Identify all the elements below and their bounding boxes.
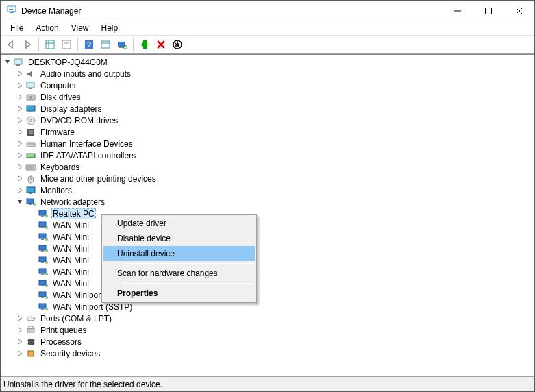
ctx-properties[interactable]: Properties <box>103 286 255 301</box>
chevron-right-icon[interactable] <box>15 173 25 184</box>
ctx-update-driver[interactable]: Update driver <box>103 216 255 231</box>
ctx-uninstall-device[interactable]: Uninstall device <box>103 246 255 261</box>
chevron-right-icon[interactable] <box>15 348 25 359</box>
dvd-icon <box>25 115 36 126</box>
tree-label: Security devices <box>39 348 101 359</box>
network-adapter-icon <box>38 220 49 231</box>
disable-button[interactable] <box>170 37 185 52</box>
tree-item-network[interactable]: Network adapters <box>15 196 534 208</box>
chevron-right-icon[interactable] <box>15 162 25 173</box>
tree-root[interactable]: DESKTOP-JQ44G0M <box>3 56 534 68</box>
keyboard-icon <box>25 162 36 173</box>
tree-label: WAN Mini <box>51 243 90 254</box>
menu-file[interactable]: File <box>5 22 29 34</box>
chevron-right-icon[interactable] <box>15 138 25 149</box>
chevron-right-icon[interactable] <box>15 150 25 161</box>
svg-rect-48 <box>27 199 34 204</box>
tree-item[interactable]: IDE ATA/ATAPI controllers <box>15 149 534 161</box>
tree-label: Disk drives <box>39 92 82 103</box>
update-driver-button[interactable] <box>137 37 152 52</box>
menu-action[interactable]: Action <box>30 22 64 34</box>
network-adapter-icon <box>38 302 49 313</box>
svg-rect-1 <box>10 12 14 13</box>
chevron-right-icon[interactable] <box>15 80 25 91</box>
show-hide-tree-button[interactable] <box>42 37 58 52</box>
svg-rect-66 <box>39 269 46 273</box>
content-area: DESKTOP-JQ44G0M Audio inputs and outputs… <box>1 54 534 376</box>
mouse-icon <box>25 173 36 184</box>
ctx-scan-hardware[interactable]: Scan for hardware changes <box>103 266 255 281</box>
audio-icon <box>25 69 36 79</box>
network-adapter-icon <box>38 267 49 278</box>
chevron-right-icon[interactable] <box>15 69 25 79</box>
close-button[interactable] <box>503 1 534 21</box>
tree-label: Print queues <box>39 325 88 336</box>
tree-item[interactable]: Security devices <box>15 347 534 359</box>
network-adapter-icon <box>38 208 49 219</box>
back-button[interactable] <box>3 37 18 52</box>
svg-rect-20 <box>143 40 147 49</box>
svg-rect-54 <box>39 222 46 227</box>
svg-point-81 <box>32 318 34 319</box>
disk-icon <box>25 92 36 103</box>
network-adapter-icon <box>38 255 49 266</box>
tree-label: WAN Mini <box>51 267 90 278</box>
svg-point-74 <box>45 296 48 299</box>
tree-label: DVD/CD-ROM drives <box>39 115 119 126</box>
tree-item[interactable]: Monitors <box>15 184 534 196</box>
minimize-button[interactable] <box>442 1 473 21</box>
toolbar: ? <box>1 35 534 54</box>
chevron-down-icon[interactable] <box>15 197 25 208</box>
tree-item[interactable]: Processors <box>15 336 534 347</box>
svg-point-71 <box>45 284 48 287</box>
tree-label: IDE ATA/ATAPI controllers <box>39 150 137 161</box>
chevron-right-icon[interactable] <box>15 115 25 126</box>
tree-item[interactable]: Firmware <box>15 126 534 138</box>
chevron-right-icon[interactable] <box>15 92 25 103</box>
tree-item[interactable]: Audio inputs and outputs <box>15 68 534 79</box>
tree-item[interactable]: Mice and other pointing devices <box>15 173 534 184</box>
firmware-icon <box>25 127 36 138</box>
svg-rect-3 <box>9 9 13 10</box>
hid-icon <box>25 138 36 149</box>
tree-item[interactable]: Ports (COM & LPT) <box>15 313 534 324</box>
action-button[interactable] <box>98 37 113 52</box>
ctx-disable-device[interactable]: Disable device <box>103 231 255 246</box>
svg-rect-63 <box>39 257 46 262</box>
help-button[interactable]: ? <box>82 37 97 52</box>
chevron-right-icon[interactable] <box>15 127 25 138</box>
scan-hardware-button[interactable] <box>114 37 129 52</box>
tree-label: WAN Mini <box>51 278 90 289</box>
svg-rect-75 <box>39 304 46 308</box>
tree-label: WAN Mini <box>51 232 90 243</box>
svg-point-77 <box>45 308 48 310</box>
maximize-button[interactable] <box>473 1 503 21</box>
tree-item[interactable]: Disk drives <box>15 91 534 103</box>
svg-rect-84 <box>28 339 34 345</box>
device-tree[interactable]: DESKTOP-JQ44G0M Audio inputs and outputs… <box>1 54 534 376</box>
tree-item[interactable]: Print queues <box>15 324 534 336</box>
chevron-right-icon[interactable] <box>15 313 25 324</box>
svg-rect-72 <box>39 292 46 297</box>
tree-label: Audio inputs and outputs <box>39 69 132 79</box>
toolbar-separator <box>38 38 39 51</box>
tree-item[interactable]: Computer <box>15 79 534 91</box>
display-icon <box>25 103 36 114</box>
forward-button[interactable] <box>20 37 35 52</box>
chevron-right-icon[interactable] <box>15 185 25 196</box>
network-icon <box>25 197 36 208</box>
menu-view[interactable]: View <box>66 22 95 34</box>
chevron-right-icon[interactable] <box>15 103 25 114</box>
properties-button[interactable] <box>59 37 74 52</box>
chevron-down-icon[interactable] <box>3 57 13 68</box>
chevron-right-icon[interactable] <box>15 325 25 336</box>
tree-item[interactable]: DVD/CD-ROM drives <box>15 114 534 126</box>
port-icon <box>25 313 36 324</box>
tree-item[interactable]: Display adapters <box>15 103 534 114</box>
uninstall-button[interactable] <box>153 37 169 52</box>
menu-help[interactable]: Help <box>96 22 124 34</box>
tree-item[interactable]: Human Interface Devices <box>15 138 534 149</box>
menubar: File Action View Help <box>1 21 534 35</box>
tree-item[interactable]: Keyboards <box>15 161 534 173</box>
chevron-right-icon[interactable] <box>15 336 25 347</box>
